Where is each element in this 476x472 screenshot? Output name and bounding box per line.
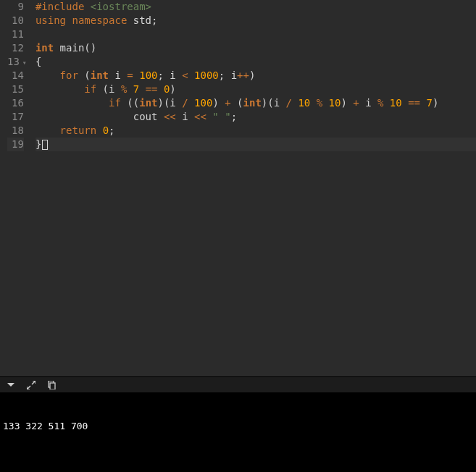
code-line[interactable]: return 0; (36, 124, 476, 138)
svg-rect-1 (50, 383, 55, 389)
code-line[interactable]: using namespace std; (36, 14, 476, 28)
code-line[interactable]: if ((int)(i / 100) + (int)(i / 10 % 10) … (36, 96, 476, 110)
fullscreen-icon[interactable] (26, 380, 36, 390)
line-number: 19 (7, 138, 24, 151)
line-number: 16 (7, 96, 24, 110)
console-output: 133 322 511 700 (3, 420, 473, 433)
code-content[interactable]: #include <iostream>using namespace std;i… (30, 0, 476, 376)
code-line[interactable]: int main() (36, 41, 476, 55)
line-number: 14 (7, 69, 24, 83)
console-toolbar (0, 376, 476, 392)
line-number: 11 (7, 28, 24, 41)
line-number: 15 (7, 83, 24, 96)
line-number: 10 (7, 14, 24, 28)
code-line[interactable]: for (int i = 100; i < 1000; i++) (36, 69, 476, 83)
line-number: 13 (7, 55, 24, 69)
line-number: 12 (7, 41, 24, 55)
dropdown-icon[interactable] (6, 380, 16, 390)
line-number: 9 (7, 0, 24, 14)
output-console[interactable]: 133 322 511 700 ...Program finished with… (0, 392, 476, 472)
console-blank (3, 459, 473, 472)
line-number: 18 (7, 124, 24, 138)
code-line[interactable]: cout << i << " "; (36, 110, 476, 124)
line-number-gutter: 910111213141516171819 (0, 0, 30, 376)
code-line[interactable]: } (36, 138, 476, 151)
editor-cursor-icon (42, 140, 48, 150)
code-line[interactable]: { (36, 55, 476, 69)
code-editor[interactable]: 910111213141516171819 #include <iostream… (0, 0, 476, 376)
code-line[interactable] (36, 28, 476, 41)
code-line[interactable]: if (i % 7 == 0) (36, 83, 476, 96)
code-line[interactable]: #include <iostream> (36, 0, 476, 14)
copy-icon[interactable] (46, 380, 57, 390)
line-number: 17 (7, 110, 24, 124)
